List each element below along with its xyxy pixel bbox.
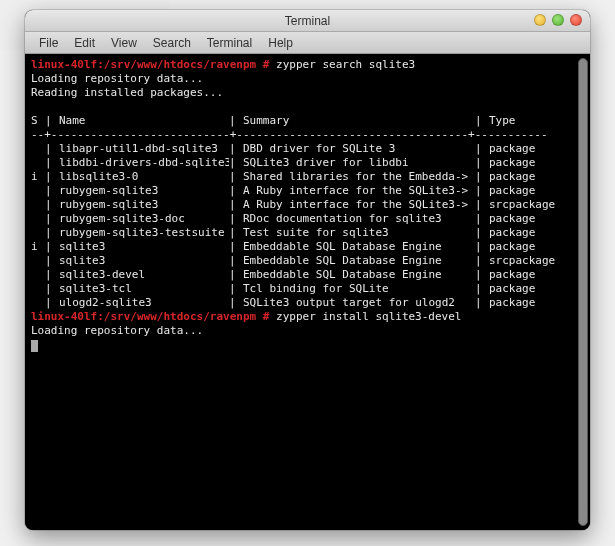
table-row: | sqlite3-tcl| Tcl binding for SQLite| p… [31, 282, 584, 296]
pipe: | [229, 240, 243, 254]
cell-summary: Shared libraries for the Embedda-> [243, 170, 475, 184]
cursor [31, 340, 38, 352]
col-name: Name [59, 114, 229, 128]
cell-type: package [489, 268, 584, 282]
pipe: | [45, 184, 59, 198]
terminal-body[interactable]: linux-40lf:/srv/www/htdocs/ravenpm # zyp… [25, 54, 590, 530]
pipe: | [475, 184, 489, 198]
cell-name: sqlite3-devel [59, 268, 229, 282]
col-status: S [31, 114, 45, 128]
cell-name: rubygem-sqlite3 [59, 184, 229, 198]
close-button[interactable] [570, 14, 582, 26]
cell-summary: A Ruby interface for the SQLite3-> [243, 198, 475, 212]
cell-name: rubygem-sqlite3 [59, 198, 229, 212]
pipe: | [45, 170, 59, 184]
menubar: File Edit View Search Terminal Help [25, 32, 590, 54]
window-titlebar: Terminal [25, 10, 590, 32]
cell-summary: Test suite for sqlite3 [243, 226, 475, 240]
menu-help[interactable]: Help [260, 33, 301, 53]
cell-status [31, 156, 45, 170]
cell-status [31, 268, 45, 282]
table-row: | rubygem-sqlite3-testsuite| Test suite … [31, 226, 584, 240]
pipe: | [229, 226, 243, 240]
cell-name: sqlite3 [59, 240, 229, 254]
table-row: | libapr-util1-dbd-sqlite3| DBD driver f… [31, 142, 584, 156]
cell-status: i [31, 240, 45, 254]
pipe: | [475, 282, 489, 296]
table-row: | rubygem-sqlite3| A Ruby interface for … [31, 198, 584, 212]
menu-search[interactable]: Search [145, 33, 199, 53]
pipe: | [229, 156, 243, 170]
cell-name: rubygem-sqlite3-testsuite [59, 226, 229, 240]
pipe: | [229, 170, 243, 184]
cell-status [31, 254, 45, 268]
pipe: | [45, 142, 59, 156]
pipe: | [229, 198, 243, 212]
cell-name: sqlite3 [59, 254, 229, 268]
output-line: Loading repository data... [31, 324, 584, 338]
cell-status [31, 282, 45, 296]
prompt-line-2: linux-40lf:/srv/www/htdocs/ravenpm # zyp… [31, 310, 584, 324]
blank-line [31, 100, 584, 114]
pipe: | [475, 170, 489, 184]
cell-status [31, 142, 45, 156]
minimize-button[interactable] [534, 14, 546, 26]
cell-type: package [489, 156, 584, 170]
table-divider: --+---------------------------+---------… [31, 128, 584, 142]
cell-type: package [489, 142, 584, 156]
pipe: | [475, 212, 489, 226]
cell-name: ulogd2-sqlite3 [59, 296, 229, 310]
pipe: | [45, 156, 59, 170]
prompt-host: linux-40lf:/srv/www/htdocs/ravenpm # [31, 310, 269, 323]
cell-summary: Tcl binding for SQLite [243, 282, 475, 296]
table-row: | rubygem-sqlite3-doc| RDoc documentatio… [31, 212, 584, 226]
cell-status [31, 212, 45, 226]
cursor-line [31, 338, 584, 352]
pipe: | [229, 296, 243, 310]
table-row: | libdbi-drivers-dbd-sqlite3| SQLite3 dr… [31, 156, 584, 170]
scrollbar[interactable] [578, 58, 588, 526]
cell-type: package [489, 240, 584, 254]
cell-name: libapr-util1-dbd-sqlite3 [59, 142, 229, 156]
menu-file[interactable]: File [31, 33, 66, 53]
pipe: | [475, 240, 489, 254]
cell-name: libdbi-drivers-dbd-sqlite3 [59, 156, 229, 170]
window-controls [534, 14, 582, 26]
table-header: S| Name| Summary| Type [31, 114, 584, 128]
pipe: | [45, 212, 59, 226]
table-row: i| libsqlite3-0| Shared libraries for th… [31, 170, 584, 184]
pipe: | [45, 296, 59, 310]
table-row: i| sqlite3| Embeddable SQL Database Engi… [31, 240, 584, 254]
cell-status [31, 198, 45, 212]
pipe: | [45, 240, 59, 254]
menu-edit[interactable]: Edit [66, 33, 103, 53]
output-line: Reading installed packages... [31, 86, 584, 100]
command-text: zypper search sqlite3 [276, 58, 415, 71]
cell-summary: Embeddable SQL Database Engine [243, 254, 475, 268]
pipe: | [475, 268, 489, 282]
cell-summary: RDoc documentation for sqlite3 [243, 212, 475, 226]
scrollbar-thumb[interactable] [578, 58, 588, 526]
pipe: | [229, 282, 243, 296]
terminal-window: Terminal File Edit View Search Terminal … [25, 10, 590, 530]
pipe: | [229, 212, 243, 226]
cell-status [31, 296, 45, 310]
pipe: | [475, 226, 489, 240]
prompt-host: linux-40lf:/srv/www/htdocs/ravenpm # [31, 58, 269, 71]
col-summary: Summary [243, 114, 475, 128]
menu-terminal[interactable]: Terminal [199, 33, 260, 53]
pipe: | [45, 268, 59, 282]
command-text: zypper install sqlite3-devel [276, 310, 461, 323]
table-row: | ulogd2-sqlite3| SQLite3 output target … [31, 296, 584, 310]
cell-status [31, 184, 45, 198]
menu-view[interactable]: View [103, 33, 145, 53]
cell-summary: Embeddable SQL Database Engine [243, 268, 475, 282]
pipe: | [475, 142, 489, 156]
pipe: | [45, 254, 59, 268]
window-title: Terminal [285, 14, 330, 28]
table-row: | rubygem-sqlite3| A Ruby interface for … [31, 184, 584, 198]
output-line: Loading repository data... [31, 72, 584, 86]
pipe: | [475, 254, 489, 268]
cell-type: srcpackage [489, 198, 584, 212]
maximize-button[interactable] [552, 14, 564, 26]
